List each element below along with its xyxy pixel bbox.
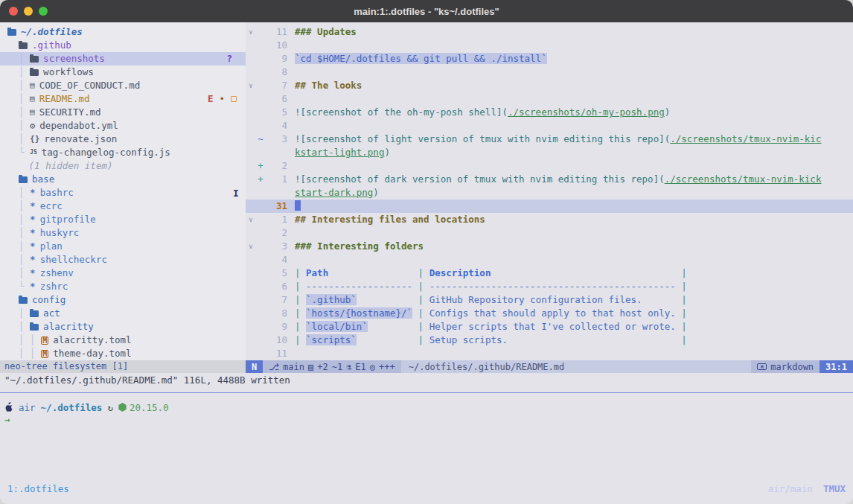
- editor-line-11[interactable]: 11: [246, 347, 853, 360]
- tree-item-.github[interactable]: .github: [0, 39, 246, 52]
- syntax-code: `hosts/{hostname}/`: [306, 307, 412, 319]
- editor-line-2[interactable]: +2: [246, 159, 853, 173]
- tree-item-gitprofile[interactable]: │ *gitprofile: [0, 213, 246, 226]
- syntax-th: Path: [306, 267, 328, 278]
- line-text: [295, 66, 853, 79]
- tree-item-screenshots[interactable]: │ screenshots?: [0, 52, 246, 66]
- tmux-pane-border[interactable]: [0, 392, 853, 393]
- editor-line-6[interactable]: 6| ------------------- | ---------------…: [246, 280, 853, 293]
- tree-item-bashrc[interactable]: │ *bashrc: [0, 186, 246, 200]
- fold-column: [246, 320, 256, 334]
- tree-item-workflows[interactable]: │ workflows: [0, 66, 246, 79]
- editor-line-1[interactable]: +1![screenshot of dark version of tmux w…: [246, 173, 853, 186]
- tree-item-shellcheckrc[interactable]: │ *shellcheckrc: [0, 253, 246, 267]
- tree-item-alacritty[interactable]: │ alacritty: [0, 320, 246, 334]
- tree-item-label: plan: [40, 240, 63, 253]
- syntax-h3: ### Interesting folders: [295, 240, 424, 252]
- editor-line-4[interactable]: 4: [246, 119, 853, 133]
- gutter-pad: [287, 267, 295, 280]
- tree-item-readme.md[interactable]: │ ▤README.mdE•: [0, 92, 246, 106]
- syntax-pipe: |: [676, 281, 687, 292]
- editor-line-10[interactable]: 10: [246, 39, 853, 52]
- syntax-md: ): [384, 147, 390, 158]
- fold-column: [246, 146, 256, 159]
- fold-arrow-icon[interactable]: ∨: [246, 213, 256, 226]
- syntax-pipe: |: [412, 307, 429, 319]
- tree-item-label: workflows: [43, 66, 94, 79]
- tree-item-zshenv[interactable]: │ *zshenv: [0, 267, 246, 280]
- tmux-window-tab[interactable]: 1:.dotfiles: [7, 483, 69, 494]
- fold-arrow-icon[interactable]: ∨: [246, 240, 256, 253]
- shell-prompt[interactable]: air ~/.dotfiles ↻ 20.15.0: [4, 401, 169, 414]
- editor-line-3[interactable]: ~3![screenshot of light version of tmux …: [246, 133, 853, 146]
- lines-changed: ~1: [332, 362, 342, 372]
- tree-item-label: zshenv: [40, 267, 74, 280]
- tree-item-base[interactable]: base: [0, 173, 246, 186]
- line-text: [295, 119, 853, 133]
- fold-arrow-icon[interactable]: ∨: [246, 25, 256, 39]
- tree-item-zshrc[interactable]: └ *zshrc: [0, 280, 246, 293]
- syntax-pipe: |: [676, 334, 687, 345]
- markdown-file-icon: ▤: [30, 79, 35, 92]
- editor-line-wrap[interactable]: kstart-light.png): [246, 146, 853, 159]
- editor-line-8[interactable]: 8: [246, 66, 853, 79]
- editor-line-31[interactable]: 31: [246, 200, 853, 213]
- line-number: 5: [265, 106, 287, 119]
- line-number: 2: [265, 159, 287, 173]
- tree-guide: [7, 159, 25, 173]
- tree-item-alacritty.toml[interactable]: │ │ Malacritty.toml: [0, 334, 246, 347]
- buffer-icon: ▤: [308, 362, 313, 372]
- gutter-pad: [287, 133, 295, 146]
- tree-item--1-hidden-item-[interactable]: (1 hidden item): [0, 159, 246, 173]
- close-button[interactable]: [9, 7, 18, 16]
- tree-item-renovate.json[interactable]: │ {}renovate.json: [0, 133, 246, 146]
- tree-item--.dotfiles[interactable]: ~/.dotfiles: [0, 25, 246, 39]
- editor-line-3[interactable]: ∨3### Interesting folders: [246, 240, 853, 253]
- editor-line-2[interactable]: 2: [246, 226, 853, 240]
- tree-item-label: ~/.dotfiles: [21, 25, 83, 39]
- editor-pane[interactable]: ∨11### Updates109`cd $HOME/.dotfiles && …: [246, 22, 853, 360]
- editor-line-wrap[interactable]: start-dark.png): [246, 186, 853, 200]
- title-bar[interactable]: main:1:.dotfiles - "ks~/.dotfiles": [0, 0, 853, 22]
- editor-line-10[interactable]: 10| `scripts` | Setup scripts. |: [246, 334, 853, 347]
- editor-line-9[interactable]: 9| `local/bin` | Helper scripts that I'v…: [246, 320, 853, 334]
- syntax-code: `cd $HOME/.dotfiles && git pull && ./ins…: [295, 53, 547, 64]
- gutter-pad: [287, 119, 295, 133]
- tree-item-dependabot.yml[interactable]: │ ⚙dependabot.yml: [0, 119, 246, 133]
- tree-item-theme-day.toml[interactable]: │ │ Mtheme-day.toml: [0, 347, 246, 360]
- line-number: [265, 146, 287, 159]
- tree-item-plan[interactable]: │ *plan: [0, 240, 246, 253]
- zoom-button[interactable]: [39, 7, 48, 16]
- git-untracked-badge: ?: [226, 52, 232, 66]
- editor-line-5[interactable]: 5![screenshot of the oh-my-posh shell](.…: [246, 106, 853, 119]
- editor-line-7[interactable]: 7| `.github` | GitHub Repository configu…: [246, 293, 853, 307]
- editor-line-7[interactable]: ∨7## The looks: [246, 79, 853, 92]
- editor-line-11[interactable]: ∨11### Updates: [246, 25, 853, 39]
- editor-line-8[interactable]: 8| `hosts/{hostname}/` | Configs that sh…: [246, 307, 853, 320]
- minimize-button[interactable]: [24, 7, 33, 16]
- tree-item-security.md[interactable]: │ ▤SECURITY.md: [0, 106, 246, 119]
- editor-line-1[interactable]: ∨1## Interesting files and locations: [246, 213, 853, 226]
- javascript-icon: JS: [30, 146, 37, 159]
- fold-column: [246, 280, 256, 293]
- syntax-link: ./screenshots/tmux-nvim-kick: [665, 173, 822, 185]
- line-text: ### Updates: [295, 25, 853, 39]
- editor-line-6[interactable]: 6: [246, 92, 853, 106]
- tree-item-code-of-conduct.md[interactable]: │ ▤CODE_OF_CONDUCT.md: [0, 79, 246, 92]
- hunks: +++: [379, 362, 395, 372]
- tree-item-label: CODE_OF_CONDUCT.md: [39, 79, 140, 92]
- editor-line-5[interactable]: 5| Path | Description |: [246, 267, 853, 280]
- tree-item-tag-changelog-config.js[interactable]: └ JStag-changelog-config.js: [0, 146, 246, 159]
- tree-item-act[interactable]: │ act: [0, 307, 246, 320]
- editor-line-4[interactable]: 4: [246, 253, 853, 267]
- gutter-pad: [287, 334, 295, 347]
- branch-icon: ⎇: [269, 362, 279, 372]
- fold-arrow-icon[interactable]: ∨: [246, 79, 256, 92]
- syntax-link: ./screenshots/oh-my-posh.png: [508, 106, 665, 118]
- editor-line-9[interactable]: 9`cd $HOME/.dotfiles && git pull && ./in…: [246, 52, 853, 66]
- tree-item-huskyrc[interactable]: │ *huskyrc: [0, 226, 246, 240]
- tree-item-config[interactable]: config: [0, 293, 246, 307]
- sign-column: [256, 213, 265, 226]
- tree-item-ecrc[interactable]: │ *ecrc: [0, 200, 246, 213]
- tree-item-label: zshrc: [40, 280, 68, 293]
